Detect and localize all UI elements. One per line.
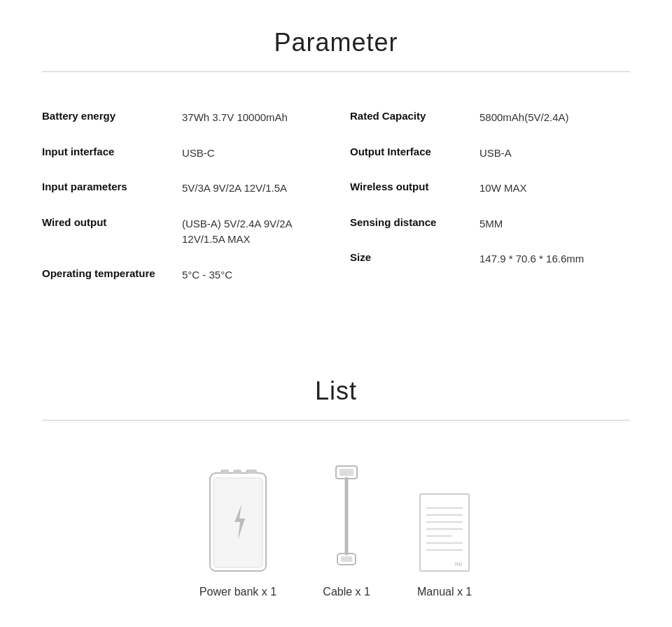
- powerbank-icon: [206, 463, 270, 575]
- param-value-rated: 5800mAh(5V/2.4A): [479, 110, 569, 126]
- param-value-temp: 5°C - 35°C: [182, 267, 232, 283]
- param-value-sensing: 5MM: [479, 216, 503, 232]
- cable-label: Cable x 1: [323, 586, 370, 598]
- param-value-input-interface: USB-C: [182, 146, 215, 162]
- param-input-parameters: Input parameters 5V/3A 9V/2A 12V/1.5A: [42, 171, 336, 206]
- svg-rect-2: [233, 470, 241, 474]
- param-label-input-interface: Input interface: [42, 146, 182, 157]
- list-item-cable: Cable x 1: [318, 463, 374, 598]
- param-label-output-interface: Output Interface: [350, 146, 479, 157]
- param-value-output-interface: USB-A: [479, 146, 512, 162]
- list-section: List Power bank x 1: [0, 334, 672, 626]
- param-size: Size 147.9 * 70.6 * 16.6mm: [336, 241, 630, 277]
- list-item-manual: mi Manual x 1: [416, 491, 472, 598]
- param-wired-output: Wired output (USB-A) 5V/2.4A 9V/2A12V/1.…: [42, 206, 336, 258]
- parameter-section: Parameter Battery energy 37Wh 3.7V 10000…: [0, 0, 672, 334]
- param-value-size: 147.9 * 70.6 * 16.6mm: [479, 251, 584, 267]
- param-output-interface: Output Interface USB-A: [336, 136, 630, 171]
- list-title: List: [0, 348, 672, 420]
- param-battery-energy: Battery energy 37Wh 3.7V 10000mAh: [42, 100, 336, 136]
- param-label-battery: Battery energy: [42, 110, 182, 122]
- param-input-interface: Input interface USB-C: [42, 136, 336, 171]
- divider-1: [42, 71, 630, 72]
- list-item-powerbank: Power bank x 1: [200, 463, 276, 598]
- param-label-input-params: Input parameters: [42, 181, 182, 192]
- param-sensing-distance: Sensing distance 5MM: [336, 206, 630, 242]
- svg-rect-1: [220, 470, 229, 474]
- param-label-size: Size: [350, 251, 479, 263]
- param-value-battery: 37Wh 3.7V 10000mAh: [182, 110, 288, 126]
- params-container: Battery energy 37Wh 3.7V 10000mAh Input …: [0, 93, 672, 334]
- svg-rect-9: [341, 556, 352, 562]
- param-value-input-params: 5V/3A 9V/2A 12V/1.5A: [182, 181, 287, 197]
- params-left-col: Battery energy 37Wh 3.7V 10000mAh Input …: [42, 100, 336, 293]
- parameter-title: Parameter: [0, 0, 672, 71]
- list-items-row: Power bank x 1 Cable x 1: [0, 442, 672, 626]
- manual-icon: mi: [416, 491, 472, 575]
- param-label-wireless: Wireless output: [350, 181, 479, 192]
- manual-label: Manual x 1: [417, 586, 472, 598]
- param-operating-temp: Operating temperature 5°C - 35°C: [42, 258, 336, 293]
- param-label-sensing: Sensing distance: [350, 216, 479, 228]
- powerbank-label: Power bank x 1: [200, 586, 276, 598]
- param-value-wired: (USB-A) 5V/2.4A 9V/2A12V/1.5A MAX: [182, 216, 293, 248]
- svg-rect-10: [420, 494, 469, 571]
- params-right-col: Rated Capacity 5800mAh(5V/2.4A) Output I…: [336, 100, 630, 293]
- param-wireless-output: Wireless output 10W MAX: [336, 171, 630, 206]
- svg-rect-3: [246, 470, 257, 474]
- param-rated-capacity: Rated Capacity 5800mAh(5V/2.4A): [336, 100, 630, 136]
- param-label-wired: Wired output: [42, 216, 182, 228]
- param-label-rated: Rated Capacity: [350, 110, 479, 122]
- param-label-temp: Operating temperature: [42, 267, 182, 279]
- param-value-wireless: 10W MAX: [479, 181, 527, 197]
- svg-rect-4: [214, 478, 262, 568]
- svg-text:mi: mi: [455, 561, 462, 568]
- cable-icon: [318, 463, 374, 575]
- divider-2: [42, 420, 630, 421]
- svg-rect-7: [340, 469, 354, 476]
